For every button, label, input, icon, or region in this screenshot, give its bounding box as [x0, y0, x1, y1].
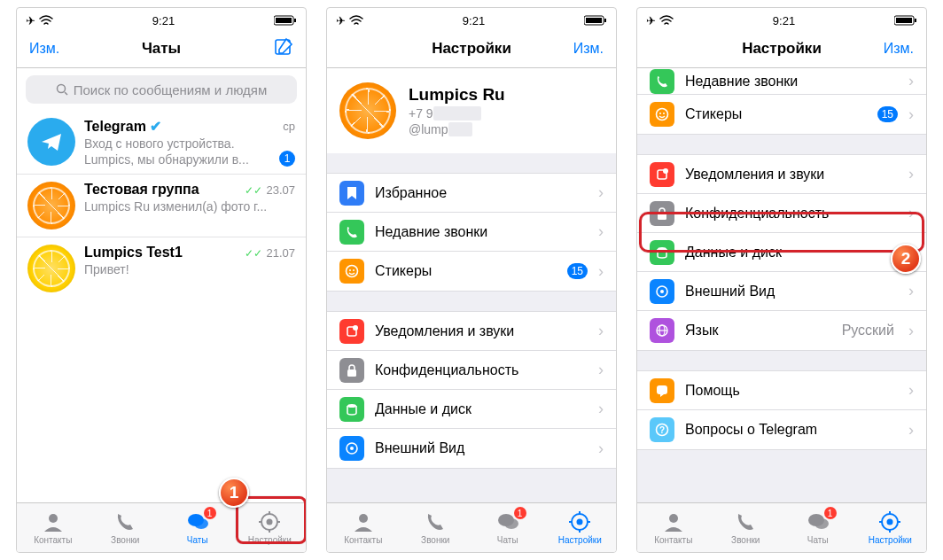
row-stickers[interactable]: Стикеры 15 › [327, 252, 616, 291]
svg-point-40 [659, 113, 661, 114]
chat-preview: Вход с нового устройства. [84, 136, 295, 151]
settings-content[interactable]: Недавние звонки › Стикеры 15 › Уведомлен… [637, 68, 926, 502]
sticker-icon [339, 259, 364, 284]
svg-point-29 [504, 518, 518, 529]
tab-label: Чаты [807, 535, 829, 545]
tab-settings[interactable]: Настройки [234, 503, 307, 552]
chat-group[interactable]: Тестовая группа 23.07 Lumpics Ru изменил… [17, 175, 306, 237]
bookmark-icon [339, 181, 364, 206]
wifi-icon [39, 15, 53, 26]
lock-icon [650, 201, 674, 226]
row-appearance[interactable]: Внешний Вид › [327, 429, 616, 468]
row-stickers[interactable]: Стикеры 15 › [637, 95, 926, 134]
chat-preview: Привет! [84, 262, 295, 276]
edit-button[interactable]: Изм. [29, 41, 70, 57]
profile-name: Lumpics Ru [409, 85, 505, 105]
tab-contacts[interactable]: Контакты [327, 503, 400, 552]
contacts-icon [42, 510, 65, 533]
row-label: Данные и диск [685, 245, 898, 261]
database-icon [650, 240, 674, 265]
row-privacy[interactable]: Конфиденциальность › [327, 351, 616, 390]
airplane-icon: ✈︎ [26, 14, 35, 27]
compose-button[interactable] [253, 37, 293, 60]
phone-icon [113, 510, 136, 533]
svg-rect-16 [586, 18, 602, 23]
tab-settings[interactable]: Настройки [854, 503, 927, 552]
row-notifications[interactable]: Уведомления и звуки › [637, 155, 926, 194]
svg-rect-23 [347, 369, 356, 377]
row-help[interactable]: Помощь › [637, 371, 926, 410]
chevron-right-icon: › [908, 204, 914, 222]
row-data[interactable]: Данные и диск › [637, 233, 926, 272]
avatar [27, 118, 75, 166]
nav-title: Настройки [690, 40, 873, 58]
badge: 15 [567, 263, 588, 279]
chevron-right-icon: › [598, 262, 604, 281]
search-input[interactable]: Поиск по сообщениям и людям [26, 75, 297, 104]
chat-name: Telegram ✔︎ [84, 118, 161, 135]
chevron-right-icon: › [908, 322, 914, 340]
tab-badge: 1 [824, 507, 837, 519]
tab-contacts[interactable]: Контакты [17, 503, 90, 552]
row-recent-calls[interactable]: Недавние звонки › [327, 213, 616, 252]
profile-row[interactable]: Lumpics Ru +7 9 @lump [327, 68, 616, 153]
row-notifications[interactable]: Уведомления и звуки › [327, 312, 616, 351]
row-privacy[interactable]: Конфиденциальность › [637, 194, 926, 233]
battery-icon [584, 15, 607, 26]
wifi-icon [349, 15, 363, 26]
tab-chats[interactable]: 1 Чаты [782, 503, 854, 552]
tab-bar: Контакты Звонки 1 Чаты Настройки [17, 502, 306, 552]
chat-preview: Lumpics Ru изменил(а) фото г... [84, 199, 295, 214]
row-data[interactable]: Данные и диск › [327, 390, 616, 429]
settings-content[interactable]: Lumpics Ru +7 9 @lump Избранное › Недавн… [327, 68, 616, 502]
row-recent-calls-partial[interactable]: Недавние звонки › [637, 68, 926, 95]
chat-lumpics[interactable]: Lumpics Test1 21.07 Привет! [17, 237, 306, 299]
chevron-right-icon: › [598, 183, 604, 202]
bell-icon [339, 319, 364, 344]
tab-chats[interactable]: 1 Чаты [161, 503, 234, 552]
edit-button[interactable]: Изм. [563, 41, 604, 57]
row-label: Внешний Вид [685, 284, 898, 299]
phone-icon [650, 69, 674, 94]
row-label: Данные и диск [375, 401, 588, 417]
row-label: Стикеры [685, 106, 867, 122]
chevron-right-icon: › [598, 439, 604, 458]
chat-date: ср [283, 120, 295, 133]
nav-title: Чаты [70, 40, 253, 58]
row-label: Конфиденциальность [375, 362, 588, 378]
tab-label: Чаты [497, 535, 518, 545]
tab-label: Контакты [344, 535, 382, 545]
svg-point-4 [57, 85, 65, 93]
tab-bar: Контакты Звонки 1 Чаты Настройки [327, 502, 616, 552]
chat-date: 21.07 [245, 246, 295, 260]
row-language[interactable]: Язык Русский › [637, 311, 926, 350]
svg-point-10 [267, 519, 273, 525]
avatar [27, 245, 75, 292]
status-bar: ✈︎ 9:21 [327, 8, 616, 29]
clock: 9:21 [152, 14, 175, 27]
airplane-icon: ✈︎ [336, 14, 346, 27]
chevron-right-icon: › [598, 322, 604, 340]
row-faq[interactable]: ? Вопросы о Telegram › [637, 410, 926, 449]
airplane-icon: ✈︎ [646, 14, 656, 27]
tab-calls[interactable]: Звонки [710, 503, 783, 552]
edit-button[interactable]: Изм. [873, 41, 914, 57]
status-bar: ✈︎ 9:21 [637, 8, 926, 29]
tab-calls[interactable]: Звонки [90, 503, 162, 552]
row-label: Внешний Вид [375, 440, 588, 456]
row-label: Недавние звонки [375, 224, 588, 240]
tab-label: Настройки [248, 535, 292, 545]
tab-badge: 1 [514, 507, 526, 519]
chevron-right-icon: › [908, 72, 914, 90]
row-label: Язык [685, 323, 831, 338]
row-appearance[interactable]: Внешний Вид › [637, 272, 926, 311]
svg-rect-17 [604, 19, 606, 22]
tab-label: Звонки [421, 535, 449, 545]
svg-point-18 [347, 266, 358, 277]
tab-chats[interactable]: 1 Чаты [472, 503, 544, 552]
tab-settings[interactable]: Настройки [544, 503, 617, 552]
row-saved[interactable]: Избранное › [327, 174, 616, 213]
chat-telegram[interactable]: Telegram ✔︎ ср Вход с нового устройства.… [17, 111, 306, 175]
tab-contacts[interactable]: Контакты [637, 503, 710, 552]
tab-calls[interactable]: Звонки [400, 503, 472, 552]
